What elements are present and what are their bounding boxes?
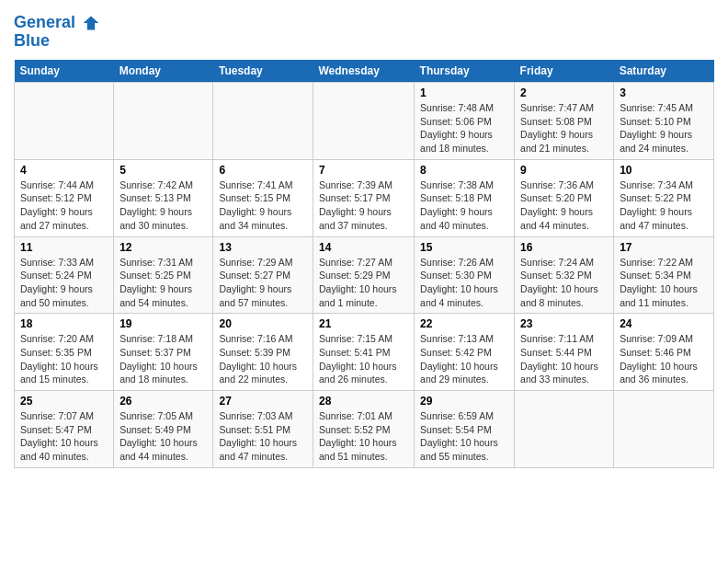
calendar-cell: 20Sunrise: 7:16 AM Sunset: 5:39 PM Dayli… — [213, 314, 313, 391]
day-info: Sunrise: 7:38 AM Sunset: 5:18 PM Dayligh… — [420, 178, 508, 233]
calendar-week: 25Sunrise: 7:07 AM Sunset: 5:47 PM Dayli… — [15, 391, 714, 468]
calendar-cell: 22Sunrise: 7:13 AM Sunset: 5:42 PM Dayli… — [415, 314, 515, 391]
day-number: 12 — [119, 241, 207, 254]
calendar-cell: 18Sunrise: 7:20 AM Sunset: 5:35 PM Dayli… — [15, 314, 114, 391]
day-info: Sunrise: 7:05 AM Sunset: 5:49 PM Dayligh… — [119, 409, 207, 464]
logo-text: General — [14, 14, 100, 32]
day-number: 23 — [520, 317, 608, 330]
calendar-cell: 21Sunrise: 7:15 AM Sunset: 5:41 PM Dayli… — [313, 314, 414, 391]
header-day: Thursday — [415, 60, 515, 83]
day-number: 18 — [20, 317, 108, 330]
calendar-cell: 26Sunrise: 7:05 AM Sunset: 5:49 PM Dayli… — [114, 391, 213, 468]
calendar-cell — [213, 83, 313, 160]
calendar-cell — [614, 391, 714, 468]
calendar-cell: 14Sunrise: 7:27 AM Sunset: 5:29 PM Dayli… — [313, 236, 414, 314]
day-number: 13 — [219, 241, 307, 254]
day-info: Sunrise: 7:20 AM Sunset: 5:35 PM Dayligh… — [20, 332, 108, 386]
calendar-cell: 25Sunrise: 7:07 AM Sunset: 5:47 PM Dayli… — [15, 391, 114, 468]
day-info: Sunrise: 7:18 AM Sunset: 5:37 PM Dayligh… — [119, 332, 207, 386]
day-number: 16 — [520, 241, 608, 254]
day-info: Sunrise: 7:03 AM Sunset: 5:51 PM Dayligh… — [219, 409, 307, 464]
day-number: 5 — [119, 164, 207, 177]
calendar-cell: 28Sunrise: 7:01 AM Sunset: 5:52 PM Dayli… — [313, 391, 414, 468]
day-info: Sunrise: 7:26 AM Sunset: 5:30 PM Dayligh… — [420, 256, 508, 310]
day-info: Sunrise: 7:07 AM Sunset: 5:47 PM Dayligh… — [20, 409, 108, 464]
calendar-cell: 7Sunrise: 7:39 AM Sunset: 5:17 PM Daylig… — [313, 159, 414, 236]
day-number: 17 — [620, 241, 708, 254]
calendar-cell: 6Sunrise: 7:41 AM Sunset: 5:15 PM Daylig… — [213, 159, 313, 236]
calendar-cell: 4Sunrise: 7:44 AM Sunset: 5:12 PM Daylig… — [15, 159, 114, 236]
calendar-cell: 15Sunrise: 7:26 AM Sunset: 5:30 PM Dayli… — [415, 236, 515, 314]
logo-icon — [82, 14, 100, 32]
day-number: 10 — [620, 164, 708, 177]
day-info: Sunrise: 7:39 AM Sunset: 5:17 PM Dayligh… — [319, 178, 408, 233]
day-info: Sunrise: 7:33 AM Sunset: 5:24 PM Dayligh… — [20, 256, 108, 310]
header-row: SundayMondayTuesdayWednesdayThursdayFrid… — [15, 60, 714, 83]
calendar-cell: 3Sunrise: 7:45 AM Sunset: 5:10 PM Daylig… — [614, 83, 714, 160]
day-info: Sunrise: 7:36 AM Sunset: 5:20 PM Dayligh… — [520, 178, 608, 233]
calendar-cell: 5Sunrise: 7:42 AM Sunset: 5:13 PM Daylig… — [114, 159, 213, 236]
day-info: Sunrise: 7:48 AM Sunset: 5:06 PM Dayligh… — [420, 101, 508, 155]
calendar-cell: 10Sunrise: 7:34 AM Sunset: 5:22 PM Dayli… — [614, 159, 714, 236]
calendar-week: 18Sunrise: 7:20 AM Sunset: 5:35 PM Dayli… — [15, 314, 714, 391]
day-number: 21 — [319, 317, 408, 330]
day-info: Sunrise: 7:22 AM Sunset: 5:34 PM Dayligh… — [620, 256, 708, 310]
calendar-cell: 17Sunrise: 7:22 AM Sunset: 5:34 PM Dayli… — [614, 236, 714, 314]
day-number: 22 — [420, 317, 508, 330]
day-info: Sunrise: 7:01 AM Sunset: 5:52 PM Dayligh… — [319, 409, 408, 464]
day-number: 4 — [20, 164, 108, 177]
day-info: Sunrise: 7:44 AM Sunset: 5:12 PM Dayligh… — [20, 178, 108, 233]
day-info: Sunrise: 7:29 AM Sunset: 5:27 PM Dayligh… — [219, 256, 307, 310]
calendar-cell: 24Sunrise: 7:09 AM Sunset: 5:46 PM Dayli… — [614, 314, 714, 391]
day-number: 6 — [219, 164, 307, 177]
page-header: General Blue — [14, 14, 714, 51]
day-info: Sunrise: 7:16 AM Sunset: 5:39 PM Dayligh… — [219, 332, 307, 386]
day-info: Sunrise: 7:31 AM Sunset: 5:25 PM Dayligh… — [119, 256, 207, 310]
day-info: Sunrise: 7:41 AM Sunset: 5:15 PM Dayligh… — [219, 178, 307, 233]
calendar-cell: 1Sunrise: 7:48 AM Sunset: 5:06 PM Daylig… — [415, 83, 515, 160]
day-info: Sunrise: 7:11 AM Sunset: 5:44 PM Dayligh… — [520, 332, 608, 386]
day-number: 19 — [119, 317, 207, 330]
day-info: Sunrise: 7:13 AM Sunset: 5:42 PM Dayligh… — [420, 332, 508, 386]
header-day: Friday — [515, 60, 614, 83]
calendar-cell: 27Sunrise: 7:03 AM Sunset: 5:51 PM Dayli… — [213, 391, 313, 468]
day-number: 28 — [319, 395, 408, 408]
day-info: Sunrise: 7:24 AM Sunset: 5:32 PM Dayligh… — [520, 256, 608, 310]
calendar-week: 11Sunrise: 7:33 AM Sunset: 5:24 PM Dayli… — [15, 236, 714, 314]
day-number: 20 — [219, 317, 307, 330]
calendar-cell: 23Sunrise: 7:11 AM Sunset: 5:44 PM Dayli… — [515, 314, 614, 391]
day-info: Sunrise: 7:34 AM Sunset: 5:22 PM Dayligh… — [620, 178, 708, 233]
day-info: Sunrise: 7:45 AM Sunset: 5:10 PM Dayligh… — [620, 101, 708, 155]
day-number: 27 — [219, 395, 307, 408]
day-number: 9 — [520, 164, 608, 177]
calendar-cell — [114, 83, 213, 160]
calendar-cell: 12Sunrise: 7:31 AM Sunset: 5:25 PM Dayli… — [114, 236, 213, 314]
day-number: 8 — [420, 164, 508, 177]
day-number: 14 — [319, 241, 408, 254]
day-number: 11 — [20, 241, 108, 254]
day-number: 26 — [119, 395, 207, 408]
day-number: 7 — [319, 164, 408, 177]
header-day: Tuesday — [213, 60, 313, 83]
day-number: 25 — [20, 395, 108, 408]
calendar-cell: 29Sunrise: 6:59 AM Sunset: 5:54 PM Dayli… — [415, 391, 515, 468]
day-number: 3 — [620, 86, 708, 99]
header-day: Wednesday — [313, 60, 414, 83]
calendar-week: 1Sunrise: 7:48 AM Sunset: 5:06 PM Daylig… — [15, 83, 714, 160]
day-info: Sunrise: 7:27 AM Sunset: 5:29 PM Dayligh… — [319, 256, 408, 310]
calendar-cell — [313, 83, 414, 160]
day-info: Sunrise: 7:42 AM Sunset: 5:13 PM Dayligh… — [119, 178, 207, 233]
calendar-cell: 16Sunrise: 7:24 AM Sunset: 5:32 PM Dayli… — [515, 236, 614, 314]
calendar-cell: 2Sunrise: 7:47 AM Sunset: 5:08 PM Daylig… — [515, 83, 614, 160]
calendar-cell: 8Sunrise: 7:38 AM Sunset: 5:18 PM Daylig… — [415, 159, 515, 236]
logo-blue: Blue — [14, 32, 100, 51]
day-info: Sunrise: 6:59 AM Sunset: 5:54 PM Dayligh… — [420, 409, 508, 464]
day-info: Sunrise: 7:15 AM Sunset: 5:41 PM Dayligh… — [319, 332, 408, 386]
day-number: 24 — [620, 317, 708, 330]
calendar-cell: 19Sunrise: 7:18 AM Sunset: 5:37 PM Dayli… — [114, 314, 213, 391]
day-number: 1 — [420, 86, 508, 99]
header-day: Saturday — [614, 60, 714, 83]
logo: General Blue — [14, 14, 100, 51]
header-day: Monday — [114, 60, 213, 83]
calendar-cell: 11Sunrise: 7:33 AM Sunset: 5:24 PM Dayli… — [15, 236, 114, 314]
